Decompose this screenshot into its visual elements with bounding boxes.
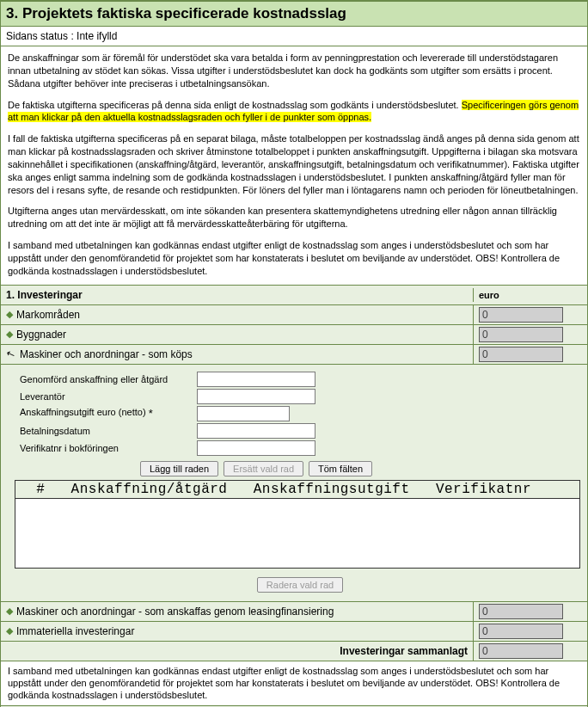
cost-row-maskiner-leasing[interactable]: ◆Maskiner och anordningar - som anskaffa…: [1, 601, 587, 621]
group1-sum-row: Investeringar sammanlagt 0: [1, 641, 587, 661]
input-utgift[interactable]: [197, 406, 290, 421]
add-row-button[interactable]: Lägg till raden: [140, 461, 218, 476]
label-anskaffning: Genomförd anskaffning eller åtgärd: [20, 374, 192, 384]
diamond-icon: ◆: [6, 606, 13, 617]
label-betalningsdatum: Betalningsdatum: [20, 426, 192, 436]
replace-row-button: Ersätt vald rad: [224, 461, 303, 476]
cost-row-markomraden[interactable]: ◆Markområden 0: [1, 304, 587, 324]
delete-row-button: Radera vald rad: [257, 577, 343, 593]
label-leverantor: Leverantör: [20, 391, 192, 402]
diamond-icon: ◆: [6, 309, 13, 320]
cost-row-byggnader[interactable]: ◆Byggnader 0: [1, 324, 587, 344]
input-betalningsdatum[interactable]: [197, 423, 315, 439]
clear-fields-button[interactable]: Töm fälten: [309, 461, 372, 476]
diamond-icon: ◆: [6, 329, 13, 340]
group1-header: 1. Investeringar euro: [1, 285, 587, 304]
page-status: Sidans status : Inte ifylld: [1, 27, 587, 46]
expanded-panel: Genomförd anskaffning eller åtgärd Lever…: [1, 364, 587, 601]
cost-row-immateriella[interactable]: ◆Immateriella investeringar 0: [1, 621, 587, 641]
label-utgift: Anskaffningsutgift euro (netto) *: [20, 407, 192, 420]
note-between-groups: I samband med utbetalningen kan godkänna…: [1, 661, 587, 705]
section-title: 3. Projektets faktiska specificerade kos…: [1, 1, 587, 27]
amount-output: 0: [479, 327, 563, 342]
amount-output: 0: [479, 347, 563, 362]
amount-output: 0: [479, 307, 563, 323]
cost-row-maskiner-kops[interactable]: ↖Maskiner och anordningar - som köps 0: [1, 344, 587, 364]
list-area[interactable]: [15, 498, 580, 569]
amount-output: 0: [479, 604, 563, 619]
amount-output: 0: [479, 643, 563, 659]
diamond-icon: ◆: [6, 625, 13, 636]
input-verifikatnr[interactable]: [197, 440, 315, 456]
amount-output: 0: [479, 624, 563, 639]
list-header: # Anskaffning/åtgärd Anskaffningsutgift …: [15, 480, 580, 498]
cursor-icon: ↖: [4, 347, 16, 361]
intro-text: De anskaffningar som är föremål för unde…: [1, 46, 587, 285]
input-anskaffning[interactable]: [197, 372, 315, 387]
input-leverantor[interactable]: [197, 389, 315, 404]
label-verifikatnr: Verifikatnr i bokföringen: [20, 443, 192, 453]
